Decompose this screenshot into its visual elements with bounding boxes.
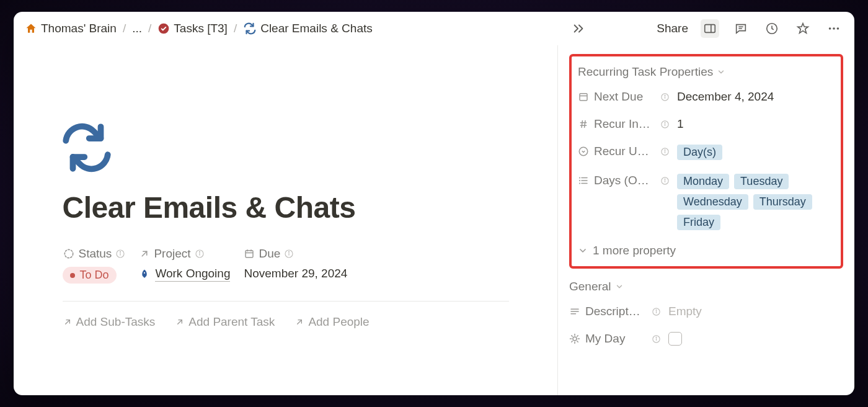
favorite-icon[interactable] (794, 19, 812, 38)
sun-icon (569, 333, 580, 344)
page-title[interactable]: Clear Emails & Chats (63, 190, 509, 225)
calendar-icon (578, 91, 589, 102)
page-icon[interactable] (59, 120, 509, 176)
quick-actions: Add Sub-Tasks Add Parent Task Add People (63, 315, 509, 329)
add-people-button[interactable]: Add People (294, 315, 369, 329)
expand-icon[interactable] (569, 19, 588, 38)
side-panel: Share R (558, 45, 854, 395)
description-value[interactable]: Empty (668, 305, 843, 318)
chevron-down-icon (717, 68, 725, 76)
main-panel: Clear Emails & Chats Status (14, 45, 558, 395)
info-icon (115, 249, 125, 259)
page-window: Thomas' Brain / ... / Tasks [T3] / Clear… (14, 12, 854, 395)
breadcrumb-home[interactable]: Thomas' Brain (25, 22, 117, 35)
days-label: Days (O… (594, 174, 655, 187)
svg-line-32 (585, 120, 586, 128)
svg-point-4 (120, 251, 121, 252)
more-properties-button[interactable]: 1 more property (578, 244, 835, 257)
breadcrumb: Thomas' Brain / ... / Tasks [T3] / Clear… (25, 22, 373, 35)
info-icon (660, 120, 670, 129)
calendar-icon (244, 248, 255, 259)
recur-unit-label: Recur U… (594, 145, 655, 158)
next-due-value[interactable]: December 4, 2024 (677, 90, 835, 104)
side-toolbar: Share (558, 12, 854, 45)
days-row[interactable]: Days (O… Monday Tuesday Wednesday Thursd… (578, 174, 835, 230)
breadcrumb-separator: / (234, 22, 237, 35)
svg-point-7 (199, 251, 200, 252)
status-dot (70, 273, 75, 278)
recurring-section-title[interactable]: Recurring Task Properties (578, 65, 835, 79)
recur-unit-row[interactable]: Recur U… Day(s) (578, 145, 835, 160)
number-icon (578, 119, 589, 130)
recur-interval-value[interactable]: 1 (677, 117, 835, 131)
days-value[interactable]: Monday Tuesday Wednesday Thursday Friday (677, 174, 835, 230)
myday-row[interactable]: My Day (569, 332, 843, 346)
svg-point-35 (665, 122, 665, 123)
info-icon (660, 147, 670, 156)
text-icon (569, 306, 580, 317)
svg-point-21 (829, 27, 831, 30)
history-icon[interactable] (763, 19, 781, 38)
breadcrumb-ellipsis[interactable]: ... (132, 22, 142, 35)
svg-point-1 (64, 249, 73, 257)
breadcrumb-separator: / (148, 22, 151, 35)
svg-point-45 (580, 183, 580, 184)
svg-point-54 (656, 310, 657, 310)
rocket-icon (139, 269, 150, 280)
svg-point-48 (665, 179, 665, 179)
svg-point-44 (580, 181, 580, 181)
recur-unit-value[interactable]: Day(s) (677, 145, 835, 160)
svg-rect-24 (580, 94, 587, 101)
description-label: Descript… (585, 305, 647, 318)
svg-rect-16 (705, 25, 715, 33)
svg-point-8 (144, 272, 145, 274)
select-icon (578, 146, 589, 157)
breadcrumb-separator: / (123, 22, 126, 35)
status-icon (63, 248, 75, 260)
info-icon (284, 249, 294, 259)
svg-point-23 (837, 27, 839, 30)
next-due-row[interactable]: Next Due December 4, 2024 (578, 90, 835, 104)
svg-point-22 (833, 27, 835, 30)
relation-icon (139, 248, 150, 259)
due-label[interactable]: Due (244, 247, 347, 261)
more-icon[interactable] (825, 19, 843, 38)
svg-point-36 (579, 147, 588, 156)
svg-point-28 (665, 95, 665, 96)
add-subtasks-button[interactable]: Add Sub-Tasks (63, 315, 156, 329)
recur-interval-label: Recur In… (594, 117, 655, 131)
info-icon (652, 334, 661, 344)
svg-rect-9 (246, 251, 253, 257)
share-button[interactable]: Share (657, 22, 688, 35)
due-value[interactable]: November 29, 2024 (244, 267, 347, 280)
general-section-title[interactable]: General (569, 280, 843, 293)
breadcrumb-current[interactable]: Clear Emails & Chats (243, 22, 373, 35)
chevron-down-icon (578, 246, 588, 256)
status-label[interactable]: Status (63, 247, 126, 261)
svg-line-60 (572, 336, 573, 337)
breadcrumb-tasks[interactable]: Tasks [T3] (157, 22, 228, 35)
description-row[interactable]: Descript… Empty (569, 305, 843, 318)
project-value[interactable]: Work Ongoing (139, 267, 230, 282)
recur-interval-row[interactable]: Recur In… 1 (578, 117, 835, 131)
svg-point-55 (573, 337, 577, 341)
status-value[interactable]: To Do (63, 267, 126, 284)
check-circle-icon (157, 22, 170, 35)
svg-line-62 (577, 336, 578, 337)
svg-point-43 (580, 177, 580, 178)
add-parent-task-button[interactable]: Add Parent Task (175, 315, 275, 329)
project-label[interactable]: Project (139, 247, 230, 261)
chevron-down-icon (615, 282, 624, 291)
next-due-label: Next Due (594, 90, 655, 104)
svg-point-66 (656, 337, 657, 338)
toggle-sidepanel-button[interactable] (701, 19, 719, 38)
multiselect-icon (578, 175, 589, 186)
refresh-icon (243, 22, 257, 35)
comments-icon[interactable] (732, 19, 750, 38)
myday-label: My Day (585, 332, 647, 346)
myday-value[interactable] (668, 332, 843, 346)
svg-point-39 (665, 150, 665, 150)
myday-checkbox[interactable] (668, 332, 682, 346)
recurring-section-highlight: Recurring Task Properties Next Due (569, 54, 843, 269)
svg-line-31 (582, 120, 583, 128)
